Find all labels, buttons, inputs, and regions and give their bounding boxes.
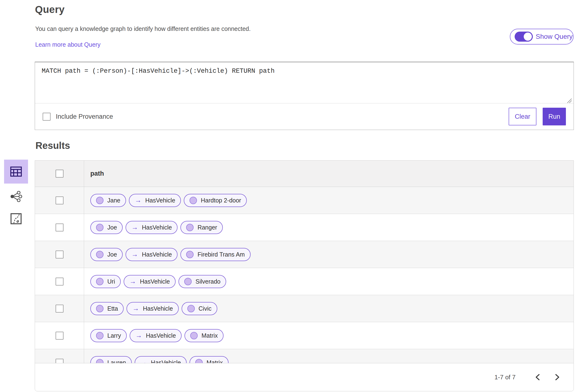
row-path-cell: Larry→HasVehicleMatrix — [84, 322, 574, 349]
entity-chip[interactable]: Jane — [90, 194, 126, 207]
relation-chip[interactable]: →HasVehicle — [125, 248, 178, 261]
entity-chip-label: Jane — [107, 197, 120, 204]
select-all-checkbox[interactable] — [56, 170, 64, 177]
row-checkbox[interactable] — [56, 223, 64, 231]
arrow-right-icon: → — [129, 278, 136, 285]
entity-chip[interactable]: Firebird Trans Am — [180, 248, 250, 261]
path-chips: Uri→HasVehicleSilverado — [90, 275, 226, 288]
entity-node-icon — [186, 224, 193, 231]
table-body: Jane→HasVehicleHardtop 2-doorJoe→HasVehi… — [35, 187, 574, 376]
entity-node-icon — [96, 197, 103, 204]
entity-chip-label: Civic — [199, 305, 212, 312]
row-checkbox[interactable] — [56, 305, 64, 313]
row-path-cell: Etta→HasVehicleCivic — [84, 295, 574, 322]
row-checkbox-cell — [35, 322, 84, 349]
show-query-toggle[interactable]: Show Query — [510, 29, 574, 44]
arrow-right-icon: → — [131, 224, 138, 231]
relation-chip-label: HasVehicle — [142, 224, 172, 231]
row-checkbox[interactable] — [56, 278, 64, 285]
entity-node-icon — [96, 278, 103, 285]
entity-chip[interactable]: Larry — [90, 329, 127, 342]
relation-chip[interactable]: →HasVehicle — [126, 302, 178, 315]
table-row: Uri→HasVehicleSilverado — [35, 268, 574, 295]
view-mode-table-button[interactable] — [4, 160, 28, 184]
page-title: Query — [35, 4, 65, 15]
query-panel: MATCH path = (:Person)-[:HasVehicle]->(:… — [35, 62, 574, 130]
header-path-cell: path — [84, 161, 574, 187]
page-description: You can query a knowledge graph to ident… — [35, 25, 251, 32]
entity-node-icon — [186, 251, 193, 258]
entity-chip[interactable]: Etta — [90, 302, 124, 315]
resize-handle-icon[interactable] — [566, 97, 572, 103]
relation-chip[interactable]: →HasVehicle — [129, 194, 181, 207]
relation-chip[interactable]: →HasVehicle — [125, 221, 178, 234]
row-checkbox[interactable] — [56, 251, 64, 259]
relation-chip-label: HasVehicle — [143, 305, 173, 312]
table-row: Jane→HasVehicleHardtop 2-door — [35, 187, 574, 214]
entity-chip[interactable]: Matrix — [185, 329, 223, 342]
relation-chip-label: HasVehicle — [140, 278, 170, 285]
entity-chip[interactable]: Silverado — [178, 275, 226, 288]
row-checkbox-cell — [35, 241, 84, 268]
row-checkbox[interactable] — [56, 196, 64, 204]
entity-node-icon — [96, 251, 103, 258]
path-chips: Jane→HasVehicleHardtop 2-door — [90, 194, 247, 207]
entity-chip-label: Joe — [107, 224, 117, 231]
include-provenance-checkbox[interactable] — [43, 113, 50, 121]
row-checkbox[interactable] — [56, 332, 64, 340]
previous-page-button[interactable] — [533, 372, 542, 382]
entity-chip[interactable]: Civic — [182, 302, 217, 315]
entity-chip-label: Hardtop 2-door — [201, 197, 241, 204]
arrow-right-icon: → — [132, 305, 139, 312]
query-textarea[interactable]: MATCH path = (:Person)-[:HasVehicle]->(:… — [35, 62, 574, 104]
table-row: Larry→HasVehicleMatrix — [35, 322, 574, 349]
include-provenance-label: Include Provenance — [56, 113, 113, 120]
entity-chip-label: Ranger — [197, 224, 217, 231]
relation-chip[interactable]: →HasVehicle — [130, 329, 182, 342]
entity-chip[interactable]: Joe — [90, 248, 123, 261]
chevron-left-icon — [535, 373, 540, 381]
path-chips: Etta→HasVehicleCivic — [90, 302, 217, 315]
results-title: Results — [35, 140, 70, 151]
entity-chip[interactable]: Uri — [90, 275, 121, 288]
entity-chip-label: Uri — [107, 278, 115, 285]
toggle-switch-icon[interactable] — [515, 32, 533, 42]
relation-chip[interactable]: →HasVehicle — [124, 275, 176, 288]
show-query-label: Show Query — [536, 33, 573, 41]
entity-chip-label: Joe — [107, 251, 117, 258]
entity-node-icon — [184, 278, 192, 285]
view-mode-link-chart-button[interactable] — [7, 187, 25, 206]
learn-more-link[interactable]: Learn more about Query — [35, 41, 100, 48]
entity-chip-label: Firebird Trans Am — [197, 251, 245, 258]
arrow-right-icon: → — [131, 251, 138, 258]
relation-chip-label: HasVehicle — [146, 332, 176, 339]
entity-chip[interactable]: Joe — [90, 221, 123, 234]
run-button[interactable]: Run — [543, 108, 566, 125]
link-chart-view-icon — [10, 191, 22, 202]
entity-chip[interactable]: Ranger — [180, 221, 223, 234]
path-chips: Larry→HasVehicleMatrix — [90, 329, 223, 342]
entity-node-icon — [190, 197, 197, 204]
table-view-icon — [10, 167, 22, 177]
row-checkbox-cell — [35, 295, 84, 322]
entity-chip-label: Larry — [107, 332, 121, 339]
pagination-bar: 1-7 of 7 — [35, 363, 574, 391]
table-row: Joe→HasVehicleRanger — [35, 214, 574, 241]
header-checkbox-cell — [35, 161, 84, 187]
entity-node-icon — [96, 332, 103, 339]
view-mode-map-button[interactable] — [7, 210, 25, 228]
clear-button[interactable]: Clear — [509, 108, 536, 125]
next-page-button[interactable] — [552, 372, 562, 382]
relation-chip-label: HasVehicle — [145, 197, 175, 204]
map-view-icon — [10, 213, 22, 224]
entity-node-icon — [190, 332, 198, 339]
path-chips: Joe→HasVehicleFirebird Trans Am — [90, 248, 251, 261]
row-path-cell: Jane→HasVehicleHardtop 2-door — [84, 187, 574, 214]
entity-chip[interactable]: Hardtop 2-door — [184, 194, 247, 207]
entity-chip-label: Matrix — [201, 332, 218, 339]
row-checkbox-cell — [35, 268, 84, 295]
entity-chip-label: Silverado — [195, 278, 220, 285]
entity-node-icon — [187, 305, 195, 312]
path-column-header: path — [90, 170, 104, 177]
chevron-right-icon — [555, 373, 560, 381]
